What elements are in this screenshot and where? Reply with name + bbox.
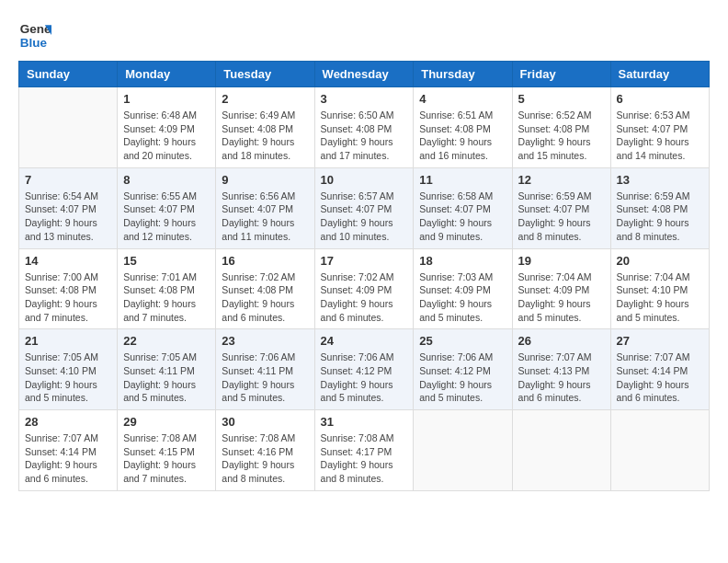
calendar-cell: 5Sunrise: 6:52 AM Sunset: 4:08 PM Daylig… [512,87,610,168]
day-number: 22 [123,334,210,348]
calendar-cell: 3Sunrise: 6:50 AM Sunset: 4:08 PM Daylig… [314,87,414,168]
day-number: 15 [123,254,210,268]
logo-icon: General Blue [18,18,51,52]
day-info: Sunrise: 6:51 AM Sunset: 4:08 PM Dayligh… [419,109,493,161]
calendar-cell: 30Sunrise: 7:08 AM Sunset: 4:16 PM Dayli… [216,410,314,491]
day-info: Sunrise: 6:58 AM Sunset: 4:07 PM Dayligh… [419,190,493,242]
week-row-3: 14Sunrise: 7:00 AM Sunset: 4:08 PM Dayli… [19,248,710,329]
calendar-cell: 22Sunrise: 7:05 AM Sunset: 4:11 PM Dayli… [118,329,216,410]
day-number: 7 [25,173,111,187]
day-number: 24 [321,334,408,348]
svg-text:Blue: Blue [20,36,48,50]
calendar-cell: 7Sunrise: 6:54 AM Sunset: 4:07 PM Daylig… [19,167,118,248]
day-info: Sunrise: 6:49 AM Sunset: 4:08 PM Dayligh… [222,109,295,161]
weekday-header-friday: Friday [512,62,610,87]
day-number: 10 [321,173,408,187]
calendar-cell [19,87,118,168]
day-number: 23 [222,334,308,348]
day-info: Sunrise: 6:52 AM Sunset: 4:08 PM Dayligh… [518,109,592,161]
calendar-cell: 16Sunrise: 7:02 AM Sunset: 4:08 PM Dayli… [216,248,314,329]
day-info: Sunrise: 7:06 AM Sunset: 4:11 PM Dayligh… [222,351,295,403]
week-row-2: 7Sunrise: 6:54 AM Sunset: 4:07 PM Daylig… [19,167,710,248]
page-header: General Blue [18,18,710,52]
day-info: Sunrise: 7:08 AM Sunset: 4:17 PM Dayligh… [321,432,394,484]
calendar-cell: 28Sunrise: 7:07 AM Sunset: 4:14 PM Dayli… [19,410,118,491]
day-number: 20 [617,254,703,268]
day-number: 29 [123,415,210,429]
calendar-cell: 31Sunrise: 7:08 AM Sunset: 4:17 PM Dayli… [314,410,414,491]
day-info: Sunrise: 6:55 AM Sunset: 4:07 PM Dayligh… [123,190,197,242]
calendar-cell [414,410,512,491]
calendar-cell: 24Sunrise: 7:06 AM Sunset: 4:12 PM Dayli… [314,329,414,410]
day-info: Sunrise: 7:03 AM Sunset: 4:09 PM Dayligh… [419,271,493,323]
day-info: Sunrise: 7:02 AM Sunset: 4:09 PM Dayligh… [321,271,394,323]
day-number: 25 [419,334,506,348]
logo: General Blue [18,18,55,52]
calendar-cell: 26Sunrise: 7:07 AM Sunset: 4:13 PM Dayli… [512,329,610,410]
calendar-cell: 10Sunrise: 6:57 AM Sunset: 4:07 PM Dayli… [314,167,414,248]
day-number: 28 [25,415,111,429]
day-number: 27 [617,334,703,348]
day-number: 30 [222,415,308,429]
day-info: Sunrise: 7:05 AM Sunset: 4:10 PM Dayligh… [25,351,98,403]
day-info: Sunrise: 6:57 AM Sunset: 4:07 PM Dayligh… [321,190,394,242]
calendar-cell: 14Sunrise: 7:00 AM Sunset: 4:08 PM Dayli… [19,248,118,329]
day-number: 2 [222,92,308,106]
calendar-cell: 18Sunrise: 7:03 AM Sunset: 4:09 PM Dayli… [414,248,512,329]
calendar-cell: 20Sunrise: 7:04 AM Sunset: 4:10 PM Dayli… [610,248,709,329]
calendar-cell: 23Sunrise: 7:06 AM Sunset: 4:11 PM Dayli… [216,329,314,410]
day-number: 13 [617,173,703,187]
day-number: 6 [617,92,703,106]
calendar-cell [610,410,709,491]
day-number: 31 [321,415,408,429]
day-info: Sunrise: 7:07 AM Sunset: 4:14 PM Dayligh… [25,432,98,484]
day-info: Sunrise: 6:48 AM Sunset: 4:09 PM Dayligh… [123,109,197,161]
day-number: 19 [518,254,605,268]
calendar-cell: 29Sunrise: 7:08 AM Sunset: 4:15 PM Dayli… [118,410,216,491]
weekday-header-wednesday: Wednesday [314,62,414,87]
weekday-header-monday: Monday [118,62,216,87]
day-info: Sunrise: 6:56 AM Sunset: 4:07 PM Dayligh… [222,190,295,242]
day-info: Sunrise: 7:06 AM Sunset: 4:12 PM Dayligh… [321,351,394,403]
day-info: Sunrise: 6:59 AM Sunset: 4:07 PM Dayligh… [518,190,592,242]
calendar-cell: 17Sunrise: 7:02 AM Sunset: 4:09 PM Dayli… [314,248,414,329]
calendar-cell: 12Sunrise: 6:59 AM Sunset: 4:07 PM Dayli… [512,167,610,248]
day-info: Sunrise: 6:59 AM Sunset: 4:08 PM Dayligh… [617,190,690,242]
day-number: 18 [419,254,506,268]
calendar-cell: 6Sunrise: 6:53 AM Sunset: 4:07 PM Daylig… [610,87,709,168]
calendar-cell: 15Sunrise: 7:01 AM Sunset: 4:08 PM Dayli… [118,248,216,329]
calendar-cell: 25Sunrise: 7:06 AM Sunset: 4:12 PM Dayli… [414,329,512,410]
weekday-header-saturday: Saturday [610,62,709,87]
day-number: 16 [222,254,308,268]
weekday-header-tuesday: Tuesday [216,62,314,87]
day-number: 17 [321,254,408,268]
day-number: 12 [518,173,605,187]
day-info: Sunrise: 7:01 AM Sunset: 4:08 PM Dayligh… [123,271,197,323]
calendar-cell: 2Sunrise: 6:49 AM Sunset: 4:08 PM Daylig… [216,87,314,168]
calendar-cell: 4Sunrise: 6:51 AM Sunset: 4:08 PM Daylig… [414,87,512,168]
day-info: Sunrise: 7:04 AM Sunset: 4:10 PM Dayligh… [617,271,690,323]
day-info: Sunrise: 7:02 AM Sunset: 4:08 PM Dayligh… [222,271,295,323]
calendar-cell: 27Sunrise: 7:07 AM Sunset: 4:14 PM Dayli… [610,329,709,410]
calendar-cell: 11Sunrise: 6:58 AM Sunset: 4:07 PM Dayli… [414,167,512,248]
day-info: Sunrise: 7:06 AM Sunset: 4:12 PM Dayligh… [419,351,493,403]
day-number: 8 [123,173,210,187]
calendar-cell: 1Sunrise: 6:48 AM Sunset: 4:09 PM Daylig… [118,87,216,168]
week-row-5: 28Sunrise: 7:07 AM Sunset: 4:14 PM Dayli… [19,410,710,491]
week-row-1: 1Sunrise: 6:48 AM Sunset: 4:09 PM Daylig… [19,87,710,168]
calendar-table: SundayMondayTuesdayWednesdayThursdayFrid… [18,61,710,491]
day-info: Sunrise: 7:05 AM Sunset: 4:11 PM Dayligh… [123,351,197,403]
svg-text:General: General [20,22,51,36]
day-info: Sunrise: 7:07 AM Sunset: 4:14 PM Dayligh… [617,351,690,403]
day-info: Sunrise: 6:53 AM Sunset: 4:07 PM Dayligh… [617,109,690,161]
calendar-cell: 13Sunrise: 6:59 AM Sunset: 4:08 PM Dayli… [610,167,709,248]
day-number: 26 [518,334,605,348]
day-number: 11 [419,173,506,187]
day-number: 5 [518,92,605,106]
weekday-header-thursday: Thursday [414,62,512,87]
day-info: Sunrise: 7:08 AM Sunset: 4:16 PM Dayligh… [222,432,295,484]
calendar-cell: 19Sunrise: 7:04 AM Sunset: 4:09 PM Dayli… [512,248,610,329]
day-info: Sunrise: 7:00 AM Sunset: 4:08 PM Dayligh… [25,271,98,323]
week-row-4: 21Sunrise: 7:05 AM Sunset: 4:10 PM Dayli… [19,329,710,410]
day-number: 4 [419,92,506,106]
